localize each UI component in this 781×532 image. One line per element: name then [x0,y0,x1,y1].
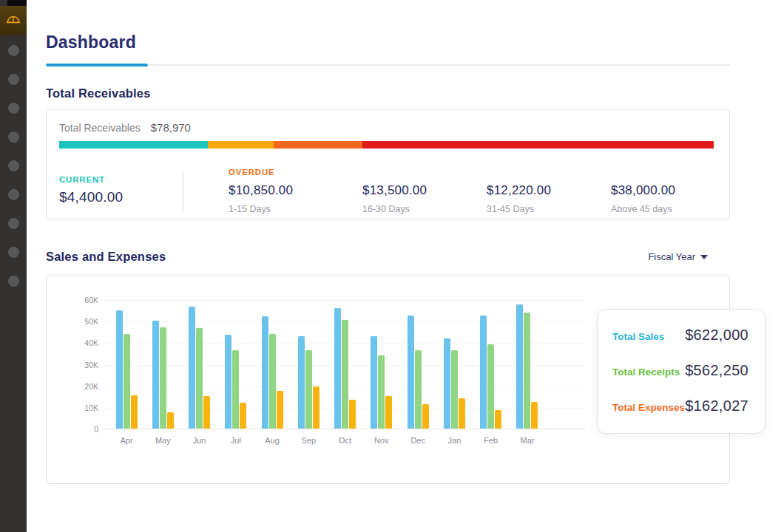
y-axis-tick-label: 20K [60,382,98,391]
app-window: Dashboard Total Receivables Total Receiv… [0,0,781,532]
x-axis-tick-label: Feb [475,436,507,445]
current-label: CURRENT [59,175,183,184]
bar-total-expenses[interactable] [240,403,246,429]
bar-total-expenses[interactable] [349,400,356,429]
bar-total-sales[interactable] [225,335,231,429]
bar-total-sales[interactable] [371,336,377,429]
overdue-bucket-value: $12,220.00 [487,183,611,198]
bar-total-sales[interactable] [262,316,268,429]
y-axis-tick-label: 10K [60,403,98,412]
receivables-summary-label: Total Receivables [59,122,141,134]
sidebar-item-dot[interactable] [8,276,19,287]
bar-total-expenses[interactable] [495,410,501,429]
bar-group-sep[interactable] [298,336,320,429]
y-axis-tick-label: 30K [60,361,98,369]
receivables-bar-segment [362,141,714,149]
sidebar-item-dot[interactable] [8,218,19,229]
receivables-summary-value: $78,970 [151,121,191,134]
bar-total-expenses[interactable] [131,395,138,429]
totals-row-label: Total Sales [612,331,664,342]
sidebar-item-dot[interactable] [8,74,19,85]
bar-total-sales[interactable] [152,321,159,429]
totals-row: Total Receipts $562,250 [612,362,748,379]
bar-group-apr[interactable] [116,310,138,429]
sidebar-item-dot[interactable] [8,132,19,143]
overdue-bucket-value: $13,500.00 [362,183,487,198]
bar-group-dec[interactable] [408,316,429,429]
bar-total-receipts[interactable] [269,334,276,429]
overdue-bucket: $38,000.00 Above 45 days [611,183,714,214]
bar-total-expenses[interactable] [531,402,538,429]
sidebar-item-dot[interactable] [8,247,19,258]
bar-total-expenses[interactable] [203,396,210,429]
overdue-bucket-period: 31-45 Days [487,204,611,214]
bar-group-jan[interactable] [444,338,465,429]
totals-card: Total Sales $622,000 Total Receipts $562… [597,309,765,434]
bar-total-receipts[interactable] [305,350,312,429]
x-axis-tick-label: May [146,436,179,445]
sidebar-item-dot[interactable] [8,45,19,56]
bar-total-expenses[interactable] [422,404,429,429]
x-axis-tick-label: Jun [183,436,216,445]
bar-total-sales[interactable] [408,316,414,429]
y-axis-tick-label: 50K [60,317,98,326]
sidebar-item-dot[interactable] [8,103,19,114]
x-axis-tick-label: Dec [402,436,434,445]
sidebar-nav-dots [0,35,27,304]
overdue-bucket: $10,850.00 1-15 Days [229,183,362,214]
bar-total-sales[interactable] [516,304,523,429]
overdue-bucket: $12,220.00 31-45 Days [487,183,611,214]
bar-total-expenses[interactable] [313,386,320,429]
sidebar-item-dashboard[interactable] [0,6,27,35]
bar-total-sales[interactable] [480,316,487,429]
bar-total-expenses[interactable] [277,391,283,429]
bar-total-sales[interactable] [444,338,450,429]
fiscal-year-dropdown[interactable]: Fiscal Year [648,251,708,262]
bar-total-receipts[interactable] [378,355,385,429]
sidebar [0,0,27,532]
receivables-bar-segment [274,141,362,149]
bar-total-receipts[interactable] [196,328,203,429]
x-axis-tick-label: Mar [511,436,544,445]
bar-total-receipts[interactable] [232,350,239,429]
sidebar-item-dot[interactable] [8,189,19,200]
y-axis-tick-label: 40K [60,338,98,347]
overdue-bucket-period: 1-15 Days [229,204,362,214]
bar-group-jun[interactable] [189,307,210,429]
bar-total-receipts[interactable] [415,350,422,429]
bar-group-nov[interactable] [371,336,392,429]
bar-total-sales[interactable] [116,310,123,429]
bar-total-receipts[interactable] [160,327,166,429]
title-underline-rule [148,64,730,66]
overdue-bucket-period: Above 45 days [611,204,714,214]
current-block: CURRENT $4,400.00 [59,168,183,214]
bar-group-oct[interactable] [334,308,356,429]
totals-row-value: $562,250 [685,362,748,379]
bar-total-receipts[interactable] [124,334,130,429]
bar-total-expenses[interactable] [385,396,392,429]
bar-total-sales[interactable] [298,336,305,429]
receivables-aging-bar [59,141,714,149]
totals-row-value: $622,000 [685,327,748,344]
sidebar-item-dot[interactable] [8,160,19,171]
totals-row: Total Sales $622,000 [612,327,748,344]
bar-total-receipts[interactable] [451,350,458,429]
bar-total-sales[interactable] [189,307,195,429]
current-value: $4,400.00 [59,189,183,205]
bar-total-sales[interactable] [334,308,341,429]
bar-group-mar[interactable] [516,304,538,429]
bar-total-receipts[interactable] [487,344,494,429]
totals-row: Total Expenses $162,027 [612,398,748,415]
overdue-bucket-value: $38,000.00 [611,183,714,198]
main-content: Dashboard Total Receivables Total Receiv… [27,0,781,532]
bar-group-aug[interactable] [262,316,283,429]
receivables-stats: CURRENT $4,400.00 OVERDUE $10,850.00 1-1… [59,168,714,214]
bar-group-may[interactable] [152,321,174,429]
bar-group-jul[interactable] [225,335,246,429]
bar-total-receipts[interactable] [524,313,530,429]
title-underline [46,64,730,66]
bar-total-expenses[interactable] [459,398,465,429]
bar-total-receipts[interactable] [342,320,348,429]
bar-total-expenses[interactable] [167,412,174,429]
bar-group-feb[interactable] [480,316,501,429]
